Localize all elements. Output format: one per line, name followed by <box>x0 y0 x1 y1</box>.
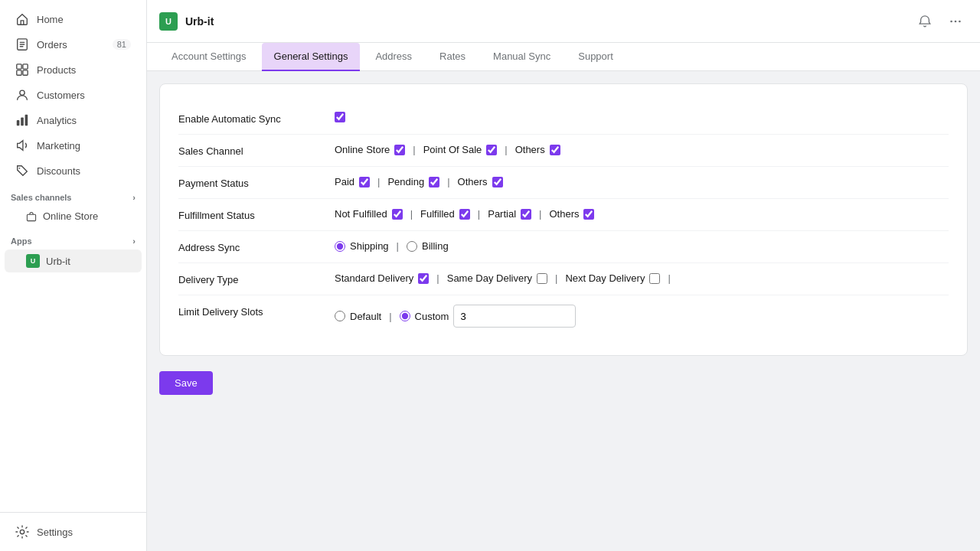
enable-automatic-sync-control <box>335 112 949 122</box>
enable-automatic-sync-label: Enable Automatic Sync <box>178 112 316 125</box>
shipping-radio[interactable] <box>335 241 345 252</box>
same-day-delivery-checkbox[interactable] <box>537 273 547 284</box>
sidebar-nav: Home Orders 81 Product <box>0 0 146 512</box>
limit-delivery-slots-row: Limit Delivery Slots Default | Custom <box>178 295 949 337</box>
next-day-delivery-checkbox[interactable] <box>649 273 660 284</box>
svg-rect-7 <box>21 117 24 126</box>
enable-automatic-sync-checkbox[interactable] <box>335 112 345 122</box>
customers-icon <box>15 88 29 102</box>
sidebar-item-orders[interactable]: Orders 81 <box>5 32 142 57</box>
orders-badge: 81 <box>113 39 131 50</box>
notifications-button[interactable] <box>913 9 937 34</box>
svg-rect-10 <box>27 214 35 220</box>
tab-account-settings[interactable]: Account Settings <box>159 43 259 71</box>
separator-3: | <box>377 176 380 187</box>
settings-label: Settings <box>37 527 73 538</box>
topbar: U Urb-it <box>147 0 980 43</box>
sidebar-item-online-store[interactable]: Online Store <box>5 206 142 227</box>
separator-9: | <box>436 272 439 284</box>
billing-text: Billing <box>422 240 449 252</box>
analytics-icon <box>15 113 29 127</box>
separator-8: | <box>397 240 399 252</box>
custom-slots-text: Custom <box>415 311 449 322</box>
limit-delivery-slots-control: Default | Custom <box>335 305 949 328</box>
sales-channel-label: Sales Channel <box>178 144 316 157</box>
svg-point-5 <box>20 90 24 95</box>
topbar-app-icon: U <box>159 12 178 31</box>
not-fulfilled-text: Not Fulfilled <box>335 208 387 220</box>
others-text: Others <box>515 144 545 155</box>
tab-manual-sync[interactable]: Manual Sync <box>481 43 563 71</box>
sidebar-item-marketing[interactable]: Marketing <box>5 133 142 158</box>
separator-12: | <box>389 311 391 322</box>
topbar-actions <box>913 9 968 34</box>
sidebar-item-orders-label: Orders <box>37 39 67 51</box>
apps-section: Apps › <box>0 227 146 249</box>
tab-rates[interactable]: Rates <box>427 43 478 71</box>
topbar-title: Urb-it <box>185 15 214 28</box>
payment-pending-checkbox[interactable] <box>429 177 439 187</box>
sales-channel-others-checkbox[interactable] <box>550 145 560 155</box>
sales-channels-section: Sales channels › <box>0 184 146 205</box>
separator-6: | <box>478 208 480 220</box>
standard-delivery-checkbox[interactable] <box>418 273 429 284</box>
separator-5: | <box>410 208 413 220</box>
sales-channel-pos-checkbox[interactable] <box>486 145 497 155</box>
sidebar-item-urb-it[interactable]: U Urb-it <box>5 249 142 272</box>
not-fulfilled-checkbox[interactable] <box>392 209 403 220</box>
sales-channel-control: Online Store | Point Of Sale | Others <box>335 144 949 155</box>
fulfillment-others-checkbox[interactable] <box>583 209 594 220</box>
payment-others-text: Others <box>458 176 488 187</box>
separator-4: | <box>447 176 449 187</box>
tab-support[interactable]: Support <box>566 43 626 71</box>
point-of-sale-text: Point Of Sale <box>423 144 482 155</box>
payment-status-row: Payment Status Paid | Pending | Others <box>178 167 949 199</box>
partial-checkbox[interactable] <box>521 209 531 220</box>
payment-paid-checkbox[interactable] <box>359 177 370 187</box>
svg-point-13 <box>955 20 957 22</box>
main-content: U Urb-it Account Settings General Settin… <box>147 0 980 551</box>
billing-radio[interactable] <box>407 241 417 252</box>
svg-point-11 <box>20 530 24 533</box>
apps-expand-icon[interactable]: › <box>132 236 136 246</box>
separator-10: | <box>555 272 557 284</box>
settings-card: Enable Automatic Sync Sales Channel Onli… <box>159 83 968 356</box>
sidebar-item-customers[interactable]: Customers <box>5 83 142 107</box>
svg-rect-3 <box>17 70 21 75</box>
save-button[interactable]: Save <box>159 371 213 395</box>
sidebar-item-settings[interactable]: Settings <box>5 520 142 544</box>
limit-delivery-slots-label: Limit Delivery Slots <box>178 305 316 318</box>
delivery-type-control: Standard Delivery | Same Day Delivery | … <box>335 272 949 284</box>
payment-others-checkbox[interactable] <box>492 177 503 187</box>
separator-1: | <box>413 144 415 155</box>
default-slots-radio[interactable] <box>335 311 345 321</box>
delivery-type-row: Delivery Type Standard Delivery | Same D… <box>178 263 949 295</box>
sidebar: Home Orders 81 Product <box>0 0 147 551</box>
urb-it-label: Urb-it <box>46 256 70 267</box>
svg-rect-6 <box>17 120 20 126</box>
fulfilled-checkbox[interactable] <box>459 209 470 220</box>
separator-2: | <box>505 144 507 155</box>
custom-slots-input[interactable] <box>453 305 576 328</box>
tab-address[interactable]: Address <box>363 43 424 71</box>
sidebar-item-analytics[interactable]: Analytics <box>5 108 142 132</box>
more-options-button[interactable] <box>943 9 968 34</box>
shipping-text: Shipping <box>350 240 389 252</box>
fulfillment-others-text: Others <box>549 208 579 220</box>
sidebar-item-products[interactable]: Products <box>5 57 142 82</box>
sales-channels-expand-icon[interactable]: › <box>132 193 136 202</box>
separator-7: | <box>539 208 541 220</box>
sales-channel-online-store-checkbox[interactable] <box>394 145 405 155</box>
sidebar-item-analytics-label: Analytics <box>37 115 77 126</box>
apps-label: Apps <box>11 236 32 246</box>
online-store-icon <box>26 211 37 222</box>
custom-slots-radio[interactable] <box>400 311 410 321</box>
payment-status-control: Paid | Pending | Others <box>335 176 949 187</box>
tab-general-settings[interactable]: General Settings <box>262 43 361 71</box>
sidebar-item-discounts[interactable]: Discounts <box>5 158 142 183</box>
fulfillment-status-control: Not Fulfilled | Fulfilled | Partial | Ot… <box>335 208 949 220</box>
urb-it-icon: U <box>26 254 40 268</box>
fulfilled-text: Fulfilled <box>420 208 455 220</box>
payment-status-label: Payment Status <box>178 176 316 189</box>
sidebar-item-home[interactable]: Home <box>5 7 142 31</box>
